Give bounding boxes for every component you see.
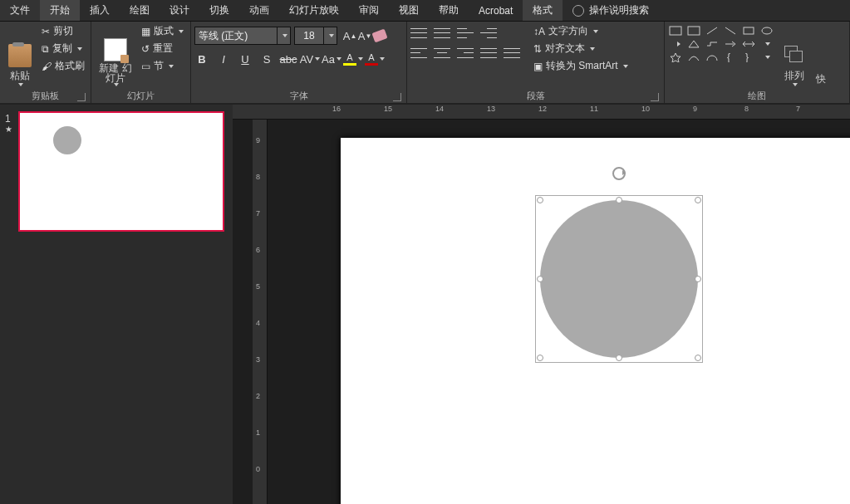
arrange-button[interactable]: 排列	[778, 23, 811, 88]
char-spacing-button[interactable]: AV	[302, 51, 317, 66]
cut-button[interactable]: ✂剪切	[38, 23, 88, 39]
tab-transition[interactable]: 切换	[199, 0, 239, 21]
align-left-button[interactable]	[410, 46, 427, 60]
layout-icon: ▦	[141, 26, 150, 37]
font-size-dropdown[interactable]	[324, 27, 337, 45]
section-button[interactable]: ▭节	[138, 58, 187, 74]
section-icon: ▭	[141, 61, 150, 72]
align-text-button[interactable]: ⇅对齐文本	[530, 41, 631, 56]
decrease-indent-button[interactable]	[457, 27, 474, 40]
align-right-button[interactable]	[457, 46, 474, 60]
tab-acrobat[interactable]: Acrobat	[469, 0, 523, 21]
underline-button[interactable]: U	[238, 51, 253, 66]
format-painter-label: 格式刷	[55, 59, 85, 73]
tab-design[interactable]: 设计	[160, 0, 199, 21]
shape-oval-icon[interactable]	[759, 25, 774, 37]
font-name-combo[interactable]: 等线 (正文)	[194, 27, 278, 45]
svg-text:}: }	[745, 52, 749, 62]
tell-me-search[interactable]: 操作说明搜索	[563, 0, 659, 21]
shape-textbox-icon[interactable]	[668, 25, 683, 37]
slide-canvas[interactable]	[341, 138, 850, 504]
text-direction-button[interactable]: ↕A文字方向	[530, 23, 631, 39]
shape-line-icon[interactable]	[705, 25, 720, 37]
font-color-icon	[365, 63, 378, 66]
shape-arc-icon[interactable]	[705, 51, 720, 63]
change-case-button[interactable]: Aa	[324, 51, 339, 66]
shape-brace2-icon[interactable]: }	[741, 51, 756, 63]
shape-triangle-icon[interactable]	[686, 38, 701, 50]
shape-line2-icon[interactable]	[723, 25, 738, 37]
paste-button[interactable]: 粘贴	[3, 23, 37, 88]
horizontal-ruler[interactable]: 16151413121110987	[233, 105, 850, 120]
shape-arrow2-icon[interactable]	[723, 38, 738, 50]
shape-arrow-icon[interactable]	[668, 38, 683, 50]
svg-text:{: {	[727, 52, 730, 62]
rotation-handle[interactable]	[612, 167, 626, 180]
clear-format-button[interactable]	[372, 28, 387, 43]
copy-button[interactable]: ⧉复制	[38, 41, 88, 56]
tab-review[interactable]: 审阅	[349, 0, 389, 21]
resize-handle-e[interactable]	[695, 276, 701, 282]
bullets-button[interactable]	[410, 27, 427, 40]
group-label-paragraph: 段落	[410, 88, 661, 103]
animation-star-icon: ★	[5, 125, 12, 134]
resize-handle-n[interactable]	[616, 197, 622, 203]
tab-draw[interactable]: 绘图	[120, 0, 160, 21]
group-label-clipboard: 剪贴板	[3, 88, 87, 103]
shape-darrow-icon[interactable]	[741, 38, 756, 50]
resize-handle-sw[interactable]	[537, 355, 543, 361]
tab-help[interactable]: 帮助	[429, 0, 469, 21]
quick-styles-button[interactable]: 快	[813, 23, 829, 88]
strike-button[interactable]: abc	[281, 51, 296, 66]
layout-button[interactable]: ▦版式	[138, 23, 187, 39]
font-name-dropdown[interactable]	[278, 27, 291, 45]
shape-more-icon[interactable]	[759, 38, 774, 50]
shape-connector-icon[interactable]	[705, 38, 720, 50]
bold-button[interactable]: B	[194, 51, 209, 66]
increase-indent-button[interactable]	[480, 27, 497, 40]
resize-handle-w[interactable]	[537, 276, 543, 282]
tab-view[interactable]: 视图	[389, 0, 429, 21]
selected-shape-oval[interactable]	[540, 200, 698, 358]
align-center-button[interactable]	[434, 46, 450, 60]
dialog-launcher-icon[interactable]	[393, 93, 401, 101]
tab-file[interactable]: 文件	[0, 0, 40, 21]
font-color-button[interactable]: A	[367, 51, 382, 66]
font-size-combo[interactable]: 18	[294, 27, 324, 45]
shadow-button[interactable]: S	[259, 51, 274, 66]
slide-thumbnail-1[interactable]	[18, 111, 224, 232]
numbering-button[interactable]	[434, 27, 450, 40]
tab-slideshow[interactable]: 幻灯片放映	[279, 0, 349, 21]
highlight-button[interactable]: A	[346, 51, 361, 66]
dialog-launcher-icon[interactable]	[77, 93, 86, 101]
resize-handle-s[interactable]	[616, 355, 622, 361]
svg-rect-0	[670, 27, 681, 35]
decrease-font-button[interactable]: A▼	[357, 28, 372, 43]
format-painter-button[interactable]: 🖌格式刷	[38, 58, 88, 74]
resize-handle-nw[interactable]	[537, 197, 543, 203]
resize-handle-se[interactable]	[695, 355, 701, 361]
new-slide-button[interactable]: 新建 幻灯片	[95, 23, 136, 88]
shape-textbox2-icon[interactable]	[686, 25, 701, 37]
shape-rect-icon[interactable]	[741, 25, 756, 37]
tab-home[interactable]: 开始	[40, 0, 80, 21]
cut-label: 剪切	[53, 24, 73, 38]
increase-font-button[interactable]: A▲	[342, 28, 357, 43]
reset-button[interactable]: ↺重置	[138, 41, 187, 56]
italic-button[interactable]: I	[216, 51, 231, 66]
shape-expand-icon[interactable]	[759, 51, 774, 63]
thumbnail-panel[interactable]: 1 ★	[0, 105, 233, 504]
shape-brace-icon[interactable]: {	[723, 51, 738, 63]
tab-animation[interactable]: 动画	[239, 0, 279, 21]
tab-insert[interactable]: 插入	[80, 0, 120, 21]
vertical-ruler[interactable]: 9876543210	[253, 120, 268, 504]
justify-button[interactable]	[480, 46, 497, 60]
convert-smartart-button[interactable]: ▣转换为 SmartArt	[530, 58, 631, 74]
shapes-gallery[interactable]: { }	[668, 25, 776, 63]
tab-format[interactable]: 格式	[523, 0, 563, 21]
shape-curve-icon[interactable]	[686, 51, 701, 63]
shape-star-icon[interactable]	[668, 51, 683, 63]
dialog-launcher-icon[interactable]	[651, 93, 659, 101]
columns-button[interactable]	[504, 46, 520, 60]
resize-handle-ne[interactable]	[695, 197, 701, 203]
